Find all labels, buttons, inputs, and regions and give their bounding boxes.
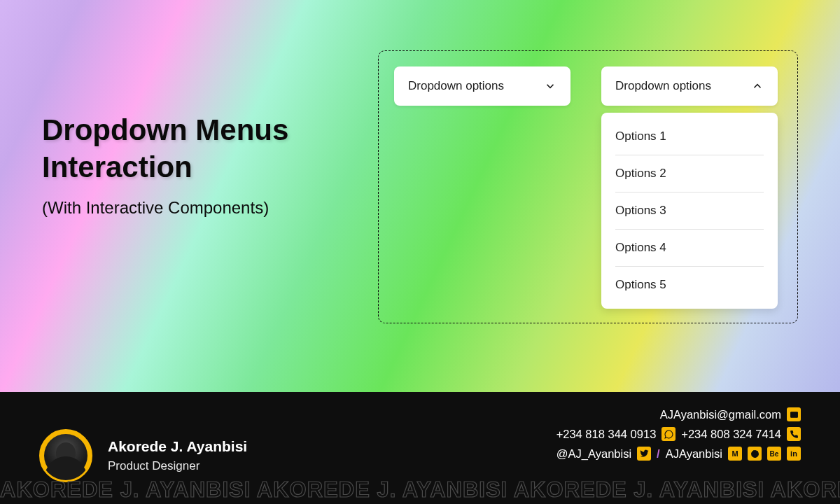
medium-icon: M [728,447,742,461]
title-line-2: Interaction [42,150,192,183]
twitter-icon [637,447,651,461]
author-name: Akorede J. Ayanbisi [108,438,247,455]
phone1-text: +234 818 344 0913 [556,428,657,441]
handle-slash: / [657,447,660,461]
dropdown-closed: Dropdown options [394,66,570,106]
phone1-item[interactable]: +234 818 344 0913 [556,427,676,441]
phone-icon [787,427,801,441]
page-title: Dropdown Menus Interaction [42,112,288,186]
dropdown-option[interactable]: Options 2 [615,155,764,192]
email-item[interactable]: AJAyanbisi@gmail.com [660,407,801,421]
dropdown-option[interactable]: Options 5 [615,267,764,303]
marquee-strip: AKOREDE J. AYANBISI AKOREDE J. AYANBISI … [0,476,840,504]
twitter-item[interactable]: @AJ_Ayanbisi [556,447,651,461]
contact-row-email: AJAyanbisi@gmail.com [556,407,801,421]
dropdown-closed-trigger[interactable]: Dropdown options [394,66,570,106]
profile-text: Akorede J. Ayanbisi Product Designer [108,438,247,473]
chevron-up-icon [751,80,764,92]
dropdown-open-label: Dropdown options [615,79,711,93]
avatar [39,429,92,482]
avatar-image [44,434,88,477]
handle-item[interactable]: /AJAyanbisi M Be in [657,447,801,461]
phone2-item[interactable]: +234 808 324 7414 [681,427,801,441]
demo-area: Dropdown options Dropdown options Option… [378,50,798,323]
chevron-down-icon [544,80,556,92]
main-canvas: Dropdown Menus Interaction (With Interac… [0,0,840,392]
linkedin-icon: in [787,447,801,461]
dropdown-open-trigger[interactable]: Dropdown options [601,66,778,106]
contact-row-phones: +234 818 344 0913 +234 808 324 7414 [556,427,801,441]
whatsapp-icon [662,427,676,441]
contact-row-social: @AJ_Ayanbisi /AJAyanbisi M Be in [556,447,801,461]
dropdown-panel: Options 1 Options 2 Options 3 Options 4 … [601,113,778,309]
dropdown-closed-label: Dropdown options [408,79,504,93]
marquee-text: AKOREDE J. AYANBISI AKOREDE J. AYANBISI … [0,477,840,503]
social-handle: AJAyanbisi [666,447,722,461]
title-line-1: Dropdown Menus [42,113,288,146]
footer: Akorede J. Ayanbisi Product Designer AJA… [0,392,840,504]
dropdown-option[interactable]: Options 4 [615,230,764,267]
dropdown-option[interactable]: Options 3 [615,192,764,230]
author-role: Product Designer [108,459,247,473]
behance-icon: Be [767,447,781,461]
page-subtitle: (With Interactive Components) [42,198,288,218]
dropdown-option[interactable]: Options 1 [615,118,764,155]
phone2-text: +234 808 324 7414 [681,428,781,441]
mail-icon [787,407,801,421]
title-block: Dropdown Menus Interaction (With Interac… [42,112,288,218]
dribbble-icon [748,447,762,461]
twitter-handle: @AJ_Ayanbisi [556,447,631,461]
dropdown-open: Dropdown options Options 1 Options 2 Opt… [601,66,778,309]
email-text: AJAyanbisi@gmail.com [660,408,781,421]
